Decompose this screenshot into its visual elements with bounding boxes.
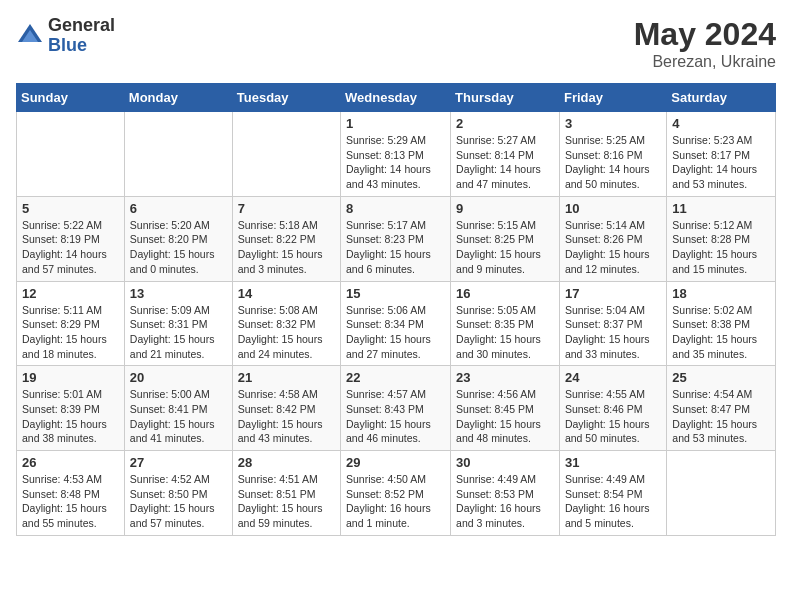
day-number: 27 [130,455,227,470]
logo-blue: Blue [48,36,115,56]
calendar-week-2: 5Sunrise: 5:22 AM Sunset: 8:19 PM Daylig… [17,196,776,281]
calendar-cell: 25Sunrise: 4:54 AM Sunset: 8:47 PM Dayli… [667,366,776,451]
logo-icon [16,22,44,50]
calendar-cell: 24Sunrise: 4:55 AM Sunset: 8:46 PM Dayli… [559,366,666,451]
day-info: Sunrise: 4:53 AM Sunset: 8:48 PM Dayligh… [22,472,119,531]
day-info: Sunrise: 4:50 AM Sunset: 8:52 PM Dayligh… [346,472,445,531]
day-info: Sunrise: 4:52 AM Sunset: 8:50 PM Dayligh… [130,472,227,531]
logo: General Blue [16,16,115,56]
calendar-week-1: 1Sunrise: 5:29 AM Sunset: 8:13 PM Daylig… [17,112,776,197]
day-info: Sunrise: 5:23 AM Sunset: 8:17 PM Dayligh… [672,133,770,192]
day-number: 22 [346,370,445,385]
logo-general: General [48,16,115,36]
day-info: Sunrise: 5:02 AM Sunset: 8:38 PM Dayligh… [672,303,770,362]
day-number: 3 [565,116,661,131]
day-info: Sunrise: 4:56 AM Sunset: 8:45 PM Dayligh… [456,387,554,446]
day-number: 19 [22,370,119,385]
day-info: Sunrise: 4:55 AM Sunset: 8:46 PM Dayligh… [565,387,661,446]
day-number: 12 [22,286,119,301]
month-year-title: May 2024 [634,16,776,53]
day-number: 25 [672,370,770,385]
calendar-cell: 19Sunrise: 5:01 AM Sunset: 8:39 PM Dayli… [17,366,125,451]
calendar-cell: 6Sunrise: 5:20 AM Sunset: 8:20 PM Daylig… [124,196,232,281]
calendar-cell: 31Sunrise: 4:49 AM Sunset: 8:54 PM Dayli… [559,451,666,536]
day-info: Sunrise: 5:12 AM Sunset: 8:28 PM Dayligh… [672,218,770,277]
calendar-cell: 1Sunrise: 5:29 AM Sunset: 8:13 PM Daylig… [341,112,451,197]
day-info: Sunrise: 5:27 AM Sunset: 8:14 PM Dayligh… [456,133,554,192]
calendar-cell: 12Sunrise: 5:11 AM Sunset: 8:29 PM Dayli… [17,281,125,366]
day-info: Sunrise: 4:51 AM Sunset: 8:51 PM Dayligh… [238,472,335,531]
calendar-cell: 4Sunrise: 5:23 AM Sunset: 8:17 PM Daylig… [667,112,776,197]
day-info: Sunrise: 5:29 AM Sunset: 8:13 PM Dayligh… [346,133,445,192]
calendar-cell: 23Sunrise: 4:56 AM Sunset: 8:45 PM Dayli… [451,366,560,451]
calendar-cell: 10Sunrise: 5:14 AM Sunset: 8:26 PM Dayli… [559,196,666,281]
day-info: Sunrise: 5:22 AM Sunset: 8:19 PM Dayligh… [22,218,119,277]
calendar-cell: 30Sunrise: 4:49 AM Sunset: 8:53 PM Dayli… [451,451,560,536]
day-number: 30 [456,455,554,470]
day-number: 8 [346,201,445,216]
day-number: 29 [346,455,445,470]
day-number: 11 [672,201,770,216]
day-number: 4 [672,116,770,131]
calendar-cell: 3Sunrise: 5:25 AM Sunset: 8:16 PM Daylig… [559,112,666,197]
day-number: 21 [238,370,335,385]
day-number: 17 [565,286,661,301]
day-number: 13 [130,286,227,301]
weekday-header-row: SundayMondayTuesdayWednesdayThursdayFrid… [17,84,776,112]
day-number: 18 [672,286,770,301]
weekday-header-thursday: Thursday [451,84,560,112]
calendar-cell: 15Sunrise: 5:06 AM Sunset: 8:34 PM Dayli… [341,281,451,366]
weekday-header-wednesday: Wednesday [341,84,451,112]
day-info: Sunrise: 5:20 AM Sunset: 8:20 PM Dayligh… [130,218,227,277]
logo-text: General Blue [48,16,115,56]
calendar-cell: 26Sunrise: 4:53 AM Sunset: 8:48 PM Dayli… [17,451,125,536]
day-number: 23 [456,370,554,385]
calendar-week-3: 12Sunrise: 5:11 AM Sunset: 8:29 PM Dayli… [17,281,776,366]
title-block: May 2024 Berezan, Ukraine [634,16,776,71]
calendar-cell: 11Sunrise: 5:12 AM Sunset: 8:28 PM Dayli… [667,196,776,281]
weekday-header-saturday: Saturday [667,84,776,112]
day-info: Sunrise: 4:54 AM Sunset: 8:47 PM Dayligh… [672,387,770,446]
calendar-cell: 20Sunrise: 5:00 AM Sunset: 8:41 PM Dayli… [124,366,232,451]
day-info: Sunrise: 5:00 AM Sunset: 8:41 PM Dayligh… [130,387,227,446]
day-info: Sunrise: 5:14 AM Sunset: 8:26 PM Dayligh… [565,218,661,277]
calendar-week-4: 19Sunrise: 5:01 AM Sunset: 8:39 PM Dayli… [17,366,776,451]
day-number: 7 [238,201,335,216]
calendar-body: 1Sunrise: 5:29 AM Sunset: 8:13 PM Daylig… [17,112,776,536]
calendar-cell: 22Sunrise: 4:57 AM Sunset: 8:43 PM Dayli… [341,366,451,451]
day-info: Sunrise: 5:04 AM Sunset: 8:37 PM Dayligh… [565,303,661,362]
location-title: Berezan, Ukraine [634,53,776,71]
calendar-cell: 7Sunrise: 5:18 AM Sunset: 8:22 PM Daylig… [232,196,340,281]
calendar-cell: 5Sunrise: 5:22 AM Sunset: 8:19 PM Daylig… [17,196,125,281]
day-info: Sunrise: 5:18 AM Sunset: 8:22 PM Dayligh… [238,218,335,277]
calendar-cell: 28Sunrise: 4:51 AM Sunset: 8:51 PM Dayli… [232,451,340,536]
day-number: 6 [130,201,227,216]
day-number: 24 [565,370,661,385]
day-number: 2 [456,116,554,131]
day-number: 26 [22,455,119,470]
day-info: Sunrise: 5:17 AM Sunset: 8:23 PM Dayligh… [346,218,445,277]
calendar-table: SundayMondayTuesdayWednesdayThursdayFrid… [16,83,776,536]
day-number: 28 [238,455,335,470]
day-number: 9 [456,201,554,216]
calendar-week-5: 26Sunrise: 4:53 AM Sunset: 8:48 PM Dayli… [17,451,776,536]
calendar-cell: 27Sunrise: 4:52 AM Sunset: 8:50 PM Dayli… [124,451,232,536]
weekday-header-sunday: Sunday [17,84,125,112]
day-number: 15 [346,286,445,301]
day-info: Sunrise: 4:57 AM Sunset: 8:43 PM Dayligh… [346,387,445,446]
calendar-cell: 16Sunrise: 5:05 AM Sunset: 8:35 PM Dayli… [451,281,560,366]
day-number: 14 [238,286,335,301]
day-info: Sunrise: 4:49 AM Sunset: 8:54 PM Dayligh… [565,472,661,531]
day-info: Sunrise: 5:05 AM Sunset: 8:35 PM Dayligh… [456,303,554,362]
day-number: 20 [130,370,227,385]
day-info: Sunrise: 5:01 AM Sunset: 8:39 PM Dayligh… [22,387,119,446]
day-info: Sunrise: 5:11 AM Sunset: 8:29 PM Dayligh… [22,303,119,362]
calendar-cell: 21Sunrise: 4:58 AM Sunset: 8:42 PM Dayli… [232,366,340,451]
page-header: General Blue May 2024 Berezan, Ukraine [16,16,776,71]
calendar-cell: 29Sunrise: 4:50 AM Sunset: 8:52 PM Dayli… [341,451,451,536]
weekday-header-monday: Monday [124,84,232,112]
day-info: Sunrise: 5:25 AM Sunset: 8:16 PM Dayligh… [565,133,661,192]
calendar-cell [124,112,232,197]
weekday-header-friday: Friday [559,84,666,112]
day-number: 31 [565,455,661,470]
